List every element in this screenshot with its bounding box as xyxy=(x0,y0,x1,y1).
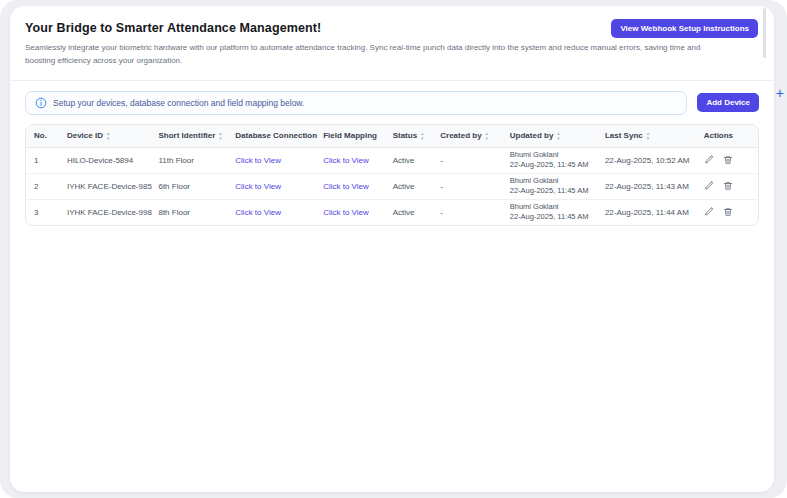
header-divider xyxy=(10,80,774,81)
sort-icon: ▲▼ xyxy=(485,131,489,141)
cell-actions xyxy=(696,199,758,225)
trash-icon xyxy=(723,181,733,191)
cell-created-by: - xyxy=(432,147,502,173)
column-header-field-mapping: Field Mapping xyxy=(315,125,385,148)
sort-icon: ▲▼ xyxy=(556,131,560,141)
edit-button[interactable] xyxy=(704,179,714,194)
cell-actions xyxy=(696,173,758,199)
devices-table: No.Device ID▲▼Short Identifier▲▼Database… xyxy=(26,125,758,225)
trash-icon xyxy=(723,207,733,217)
column-header-no: No. xyxy=(26,125,59,148)
database-connection-link[interactable]: Click to View xyxy=(235,156,281,165)
cell-short-identifier: 6th Floor xyxy=(150,173,227,199)
edit-button[interactable] xyxy=(704,205,714,220)
column-header-actions: Actions xyxy=(696,125,758,148)
card-header: Your Bridge to Smarter Attendance Manage… xyxy=(10,6,774,68)
cell-status: Active xyxy=(385,173,433,199)
cell-database-connection: Click to View xyxy=(227,199,315,225)
column-header-label: Device ID xyxy=(67,131,103,140)
sort-icon: ▲▼ xyxy=(106,131,110,141)
cell-field-mapping: Click to View xyxy=(315,199,385,225)
updated-by-name: Bhumi Goklani xyxy=(510,150,593,161)
devices-table-wrap: No.Device ID▲▼Short Identifier▲▼Database… xyxy=(25,124,759,226)
column-header-device-id[interactable]: Device ID▲▼ xyxy=(59,125,151,148)
cell-device-id: HILO-Device-5894 xyxy=(59,147,151,173)
table-row: 1HILO-Device-589411th FloorClick to View… xyxy=(26,147,758,173)
database-connection-link[interactable]: Click to View xyxy=(235,208,281,217)
floating-plus-icon[interactable]: + xyxy=(776,85,784,101)
delete-button[interactable] xyxy=(723,153,733,168)
cell-last-sync: 22-Aug-2025, 11:44 AM xyxy=(597,199,696,225)
table-row: 3IYHK FACE-Device-9988th FloorClick to V… xyxy=(26,199,758,225)
cell-updated-by: Bhumi Goklani22-Aug-2025, 11:45 AM xyxy=(502,199,597,225)
info-icon xyxy=(35,97,47,109)
cell-device-id: IYHK FACE-Device-998 xyxy=(59,199,151,225)
cell-status: Active xyxy=(385,147,433,173)
sort-icon: ▲▼ xyxy=(646,131,650,141)
column-header-label: Database Connection xyxy=(235,131,317,140)
column-header-created-by[interactable]: Created by▲▼ xyxy=(432,125,502,148)
updated-by-date: 22-Aug-2025, 11:45 AM xyxy=(510,186,593,197)
column-header-database-connection: Database Connection xyxy=(227,125,315,148)
updated-by-name: Bhumi Goklani xyxy=(510,176,593,187)
column-header-label: Field Mapping xyxy=(323,131,377,140)
cell-field-mapping: Click to View xyxy=(315,173,385,199)
cell-device-id: IYHK FACE-Device-985 xyxy=(59,173,151,199)
edit-button[interactable] xyxy=(704,153,714,168)
page-subtitle: Seamlessly integrate your biometric hard… xyxy=(25,42,715,68)
delete-button[interactable] xyxy=(723,205,733,220)
column-header-last-sync[interactable]: Last Sync▲▼ xyxy=(597,125,696,148)
cell-updated-by: Bhumi Goklani22-Aug-2025, 11:45 AM xyxy=(502,173,597,199)
cell-actions xyxy=(696,147,758,173)
pencil-icon xyxy=(704,155,714,165)
banner-row: Setup your devices, database connection … xyxy=(25,91,759,115)
pencil-icon xyxy=(704,207,714,217)
cell-last-sync: 22-Aug-2025, 11:43 AM xyxy=(597,173,696,199)
column-header-label: Last Sync xyxy=(605,131,643,140)
cell-updated-by: Bhumi Goklani22-Aug-2025, 11:45 AM xyxy=(502,147,597,173)
delete-button[interactable] xyxy=(723,179,733,194)
cell-created-by: - xyxy=(432,173,502,199)
database-connection-link[interactable]: Click to View xyxy=(235,182,281,191)
column-header-label: No. xyxy=(34,131,47,140)
column-header-label: Short Identifier xyxy=(158,131,215,140)
column-header-label: Created by xyxy=(440,131,481,140)
scrollbar-thumb[interactable] xyxy=(763,8,766,58)
field-mapping-link[interactable]: Click to View xyxy=(323,208,369,217)
updated-by-date: 22-Aug-2025, 11:45 AM xyxy=(510,160,593,171)
column-header-label: Status xyxy=(393,131,417,140)
cell-short-identifier: 8th Floor xyxy=(150,199,227,225)
column-header-status[interactable]: Status▲▼ xyxy=(385,125,433,148)
cell-database-connection: Click to View xyxy=(227,173,315,199)
updated-by-name: Bhumi Goklani xyxy=(510,202,593,213)
field-mapping-link[interactable]: Click to View xyxy=(323,156,369,165)
info-banner: Setup your devices, database connection … xyxy=(25,91,687,115)
table-header-row: No.Device ID▲▼Short Identifier▲▼Database… xyxy=(26,125,758,148)
cell-status: Active xyxy=(385,199,433,225)
page-background: Your Bridge to Smarter Attendance Manage… xyxy=(0,0,787,498)
sort-icon: ▲▼ xyxy=(218,131,222,141)
column-header-label: Updated by xyxy=(510,131,554,140)
column-header-label: Actions xyxy=(704,131,733,140)
cell-no: 2 xyxy=(26,173,59,199)
pencil-icon xyxy=(704,181,714,191)
column-header-updated-by[interactable]: Updated by▲▼ xyxy=(502,125,597,148)
add-device-button[interactable]: Add Device xyxy=(697,93,759,112)
cell-created-by: - xyxy=(432,199,502,225)
info-banner-text: Setup your devices, database connection … xyxy=(53,98,304,108)
cell-no: 3 xyxy=(26,199,59,225)
cell-no: 1 xyxy=(26,147,59,173)
field-mapping-link[interactable]: Click to View xyxy=(323,182,369,191)
sort-icon: ▲▼ xyxy=(420,131,424,141)
cell-last-sync: 22-Aug-2025, 10:52 AM xyxy=(597,147,696,173)
cell-database-connection: Click to View xyxy=(227,147,315,173)
cell-field-mapping: Click to View xyxy=(315,147,385,173)
column-header-short-identifier[interactable]: Short Identifier▲▼ xyxy=(150,125,227,148)
updated-by-date: 22-Aug-2025, 11:45 AM xyxy=(510,212,593,223)
table-row: 2IYHK FACE-Device-9856th FloorClick to V… xyxy=(26,173,758,199)
cell-short-identifier: 11th Floor xyxy=(150,147,227,173)
trash-icon xyxy=(723,155,733,165)
view-webhook-setup-button[interactable]: View Webhook Setup Instructions xyxy=(611,19,758,38)
main-card: Your Bridge to Smarter Attendance Manage… xyxy=(10,6,774,492)
